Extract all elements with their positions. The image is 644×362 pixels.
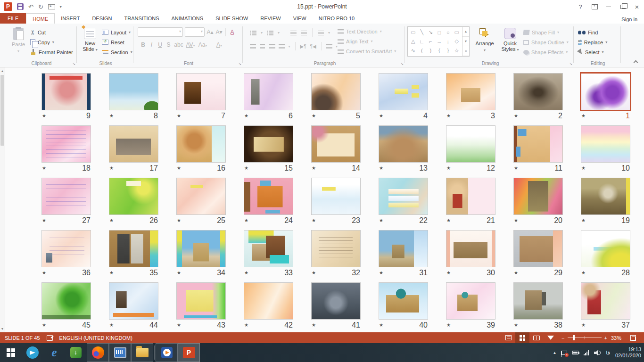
- slide-thumbnail[interactable]: [446, 178, 495, 215]
- tab-slide-show[interactable]: SLIDE SHOW: [209, 13, 254, 24]
- slide-thumbnail[interactable]: [446, 125, 495, 163]
- align-right-icon[interactable]: [269, 44, 275, 49]
- slide-thumbnail[interactable]: [446, 73, 495, 110]
- drawing-dialog-launcher[interactable]: ↘: [569, 62, 572, 66]
- zoom-out-button[interactable]: −: [561, 335, 564, 341]
- slide-thumbnail[interactable]: [513, 282, 563, 320]
- shape-glyph-icon[interactable]: ◇: [455, 38, 459, 44]
- shape-glyph-icon[interactable]: △: [411, 38, 415, 44]
- rtl-direction-icon[interactable]: ¶◀: [310, 44, 316, 49]
- tab-design[interactable]: DESIGN: [86, 13, 118, 24]
- text-direction-button[interactable]: Text Direction▾: [338, 26, 396, 36]
- font-size-combo[interactable]: [185, 27, 205, 37]
- shape-glyph-icon[interactable]: ○: [446, 30, 450, 35]
- help-button[interactable]: ?: [573, 1, 587, 12]
- tab-animations[interactable]: ANIMATIONS: [165, 13, 210, 24]
- slide-thumbnail[interactable]: [311, 73, 361, 110]
- shapes-gallery[interactable]: ▭╲↘□○▭△∟⌐→↓◇∿(){}☆ ▲ ▼ ≡: [407, 26, 470, 57]
- slide-thumbnail[interactable]: [513, 125, 563, 163]
- slide-thumbnail[interactable]: [244, 125, 293, 163]
- slide-thumbnail[interactable]: [513, 230, 563, 267]
- normal-view-button[interactable]: [501, 332, 515, 343]
- slide-thumbnail[interactable]: [244, 73, 293, 110]
- font-dialog-launcher[interactable]: ↘: [238, 62, 241, 66]
- tab-home[interactable]: HOME: [26, 13, 55, 24]
- reading-view-button[interactable]: [529, 332, 544, 343]
- collapse-ribbon-icon[interactable]: [634, 60, 638, 65]
- columns-icon[interactable]: [326, 44, 332, 49]
- shape-glyph-icon[interactable]: ↘: [429, 29, 433, 35]
- tab-file[interactable]: FILE: [0, 13, 26, 24]
- shapes-more-icon[interactable]: ≡: [462, 46, 469, 56]
- shape-outline-button[interactable]: Shape Outline▾: [523, 37, 569, 47]
- align-left-icon[interactable]: [250, 44, 256, 49]
- slide-thumbnail[interactable]: [379, 125, 428, 163]
- character-spacing-button[interactable]: AV▾: [185, 41, 196, 48]
- restore-button[interactable]: [616, 1, 630, 12]
- slide-thumbnail[interactable]: [41, 178, 91, 215]
- tab-review[interactable]: REVIEW: [254, 13, 287, 24]
- shape-glyph-icon[interactable]: {: [438, 48, 440, 53]
- spell-check-icon[interactable]: [47, 335, 53, 341]
- slide-thumbnail[interactable]: [311, 282, 361, 320]
- shape-glyph-icon[interactable]: ☆: [454, 48, 459, 54]
- shape-glyph-icon[interactable]: ▭: [454, 29, 459, 35]
- font-name-combo[interactable]: [138, 27, 183, 37]
- slide-thumbnail[interactable]: [109, 178, 158, 215]
- bold-button[interactable]: B: [140, 41, 147, 48]
- tab-insert[interactable]: INSERT: [55, 13, 86, 24]
- replace-button[interactable]: abacReplace▾: [578, 37, 620, 47]
- section-button[interactable]: Section▾: [102, 47, 132, 57]
- slide-thumbnail[interactable]: [176, 125, 226, 163]
- input-language-indicator[interactable]: فا: [606, 350, 610, 356]
- language-indicator[interactable]: ENGLISH (UNITED KINGDOM): [59, 335, 132, 341]
- new-slide-button[interactable]: NewSlide ▾: [78, 25, 102, 58]
- slide-thumbnail[interactable]: [311, 125, 361, 163]
- slide-thumbnail[interactable]: [41, 125, 91, 163]
- shape-glyph-icon[interactable]: ⌐: [429, 39, 432, 44]
- slide-thumbnail[interactable]: [446, 230, 495, 267]
- decrease-indent-icon[interactable]: [290, 30, 297, 35]
- speaker-icon[interactable]: [594, 350, 601, 355]
- grow-font-button[interactable]: A▴: [206, 29, 214, 35]
- minimize-button[interactable]: [602, 1, 616, 12]
- taskbar-clock[interactable]: 19:1302/01/2020: [615, 346, 641, 359]
- slide-thumbnail[interactable]: [41, 230, 91, 267]
- scroll-down-icon[interactable]: ▼: [0, 325, 5, 332]
- fit-to-window-button[interactable]: [626, 332, 640, 343]
- quick-styles-button[interactable]: QuickStyles ▾: [500, 26, 520, 59]
- scrollbar-thumb[interactable]: [0, 75, 4, 146]
- shape-glyph-icon[interactable]: (: [421, 48, 423, 53]
- increase-indent-icon[interactable]: [301, 30, 307, 35]
- shape-glyph-icon[interactable]: →: [437, 39, 442, 44]
- slide-thumbnail[interactable]: [109, 230, 158, 267]
- shapes-scroll-up-icon[interactable]: ▲: [462, 27, 469, 37]
- paragraph-dialog-launcher[interactable]: ↘: [400, 62, 404, 66]
- slide-thumbnail[interactable]: [109, 125, 158, 163]
- underline-button[interactable]: U: [157, 41, 164, 48]
- slide-thumbnail[interactable]: [41, 282, 91, 320]
- slide-thumbnail[interactable]: [176, 73, 226, 110]
- slide-thumbnail[interactable]: [176, 230, 226, 267]
- change-case-button[interactable]: Aa▾: [197, 41, 208, 48]
- battery-icon[interactable]: [572, 351, 578, 354]
- find-button[interactable]: Find: [578, 27, 620, 37]
- slide-thumbnail[interactable]: [581, 178, 630, 215]
- clipboard-dialog-launcher[interactable]: ↘: [72, 62, 75, 66]
- zoom-in-button[interactable]: +: [604, 335, 607, 341]
- shape-glyph-icon[interactable]: ▭: [411, 29, 415, 35]
- font-color-button[interactable]: A▾: [214, 41, 225, 48]
- shape-fill-button[interactable]: Shape Fill▾: [523, 27, 569, 37]
- slide-thumbnail[interactable]: [581, 73, 630, 110]
- clear-formatting-button[interactable]: A̲: [229, 29, 236, 35]
- text-shadow-button[interactable]: S: [165, 41, 172, 48]
- vertical-scrollbar[interactable]: ▲ ▼: [0, 67, 5, 332]
- slide-thumbnail[interactable]: [244, 230, 293, 267]
- slide-thumbnail[interactable]: [244, 282, 293, 320]
- line-spacing-icon[interactable]: [318, 30, 324, 35]
- shrink-font-button[interactable]: A▾: [215, 29, 223, 35]
- format-painter-button[interactable]: Format Painter: [30, 47, 73, 57]
- slide-thumbnail[interactable]: [581, 230, 630, 267]
- close-button[interactable]: ×: [630, 1, 644, 12]
- shape-glyph-icon[interactable]: ∿: [411, 48, 415, 54]
